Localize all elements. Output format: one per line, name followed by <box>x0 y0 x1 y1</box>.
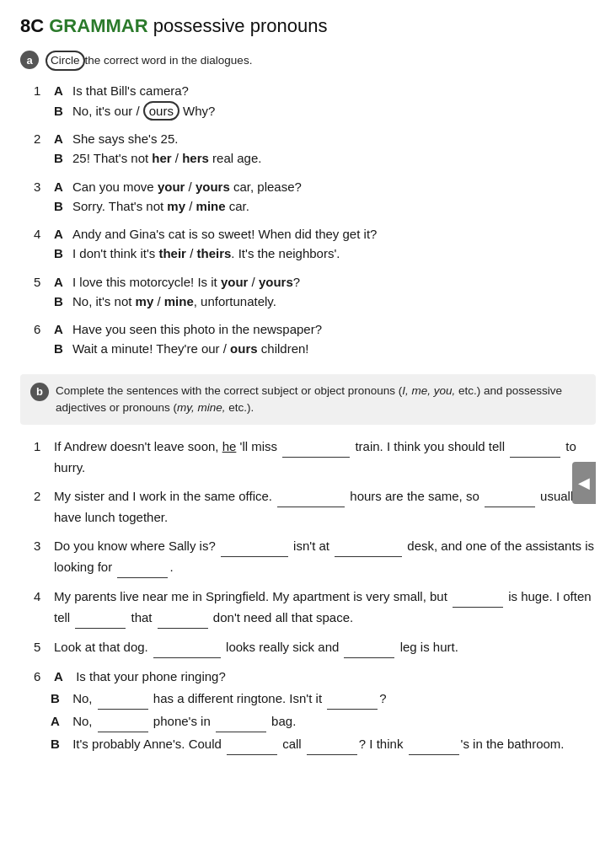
side-tab-icon: ◀ <box>578 474 590 492</box>
b-text-2: My sister and I work in the same office.… <box>54 486 596 528</box>
blank-5b <box>344 637 394 658</box>
speaker-3a: A <box>54 177 67 196</box>
section-number: 8C <box>20 15 44 36</box>
blank-6g <box>409 734 459 755</box>
bold-ours6: ours <box>230 341 258 356</box>
b-text-4: My parents live near me in Springfield. … <box>54 587 596 629</box>
blank-6f <box>307 734 357 755</box>
dialogue-1a: 1 A Is that Bill's camera? <box>34 81 596 100</box>
b-text-3: Do you know where Sally is? isn't at des… <box>54 536 596 578</box>
pronoun-examples-2: my, mine, <box>177 401 226 414</box>
exercise-b-item-6: 6 A Is that your phone ringing? B No, ha… <box>34 667 596 755</box>
bold-their4: their <box>158 246 186 260</box>
b-text-6b2: It's probably Anne's. Could call ? I thi… <box>72 734 564 755</box>
b-text-5: Look at that dog. looks really sick and … <box>54 637 458 658</box>
blank-6e <box>227 734 277 755</box>
speaker-6b: B <box>54 339 67 358</box>
side-tab[interactable]: ◀ <box>572 462 596 504</box>
blank-2b <box>485 486 535 507</box>
text-6b: Wait a minute! They're our / ours childr… <box>72 339 309 358</box>
blank-4a <box>453 587 503 608</box>
text-5a: I love this motorcycle! Is it your / you… <box>72 272 300 292</box>
blank-3c <box>117 557 168 578</box>
item-num-6: 6 <box>34 319 51 339</box>
text-4b: I don't think it's their / theirs. It's … <box>72 244 340 263</box>
section-b-box: b Complete the sentences with the correc… <box>20 374 596 426</box>
bold-hers: hers <box>182 151 209 165</box>
item-num-5: 5 <box>34 272 51 292</box>
b-item-6-row-a: 6 A Is that your phone ringing? <box>34 667 596 687</box>
blank-1a <box>282 437 350 458</box>
b-item-num-4: 4 <box>34 587 51 607</box>
speaker-6A2: A <box>51 711 64 732</box>
item-num-2: 2 <box>34 129 51 148</box>
blank-6b <box>327 689 378 710</box>
b-text-6a2: No, phone's in bag. <box>72 711 296 732</box>
section-b-header: b Complete the sentences with the correc… <box>30 383 586 417</box>
b-item-num-5: 5 <box>34 637 51 657</box>
text-3b: Sorry. That's not my / mine car. <box>72 196 249 216</box>
exercise-b-item-4: 4 My parents live near me in Springfield… <box>34 587 596 629</box>
item-num-4: 4 <box>34 224 51 244</box>
exercise-b-item-1: 1 If Andrew doesn't leave soon, he 'll m… <box>34 437 596 478</box>
bold-her: her <box>152 151 171 165</box>
dialogue-4a: 4 A Andy and Gina's cat is so sweet! Whe… <box>34 224 596 244</box>
section-b-instruction: Complete the sentences with the correct … <box>56 383 586 417</box>
speaker-6a: A <box>54 319 67 339</box>
item-num-1: 1 <box>34 81 51 100</box>
b-item-3-row: 3 Do you know where Sally is? isn't at d… <box>34 536 596 578</box>
b-item-6-row-b1: B No, has a different ringtone. Isn't it… <box>51 689 596 710</box>
speaker-1a: A <box>54 81 67 100</box>
grammar-label: GRAMMAR <box>49 15 147 36</box>
exercise-a-item-3: 3 A Can you move your / yours car, pleas… <box>34 177 596 217</box>
speaker-2b: B <box>54 148 67 168</box>
exercise-a-item-5: 5 A I love this motorcycle! Is it your /… <box>34 272 596 312</box>
speaker-6A: A <box>54 667 67 687</box>
speaker-4b: B <box>54 244 67 263</box>
exercise-b-list: 1 If Andrew doesn't leave soon, he 'll m… <box>34 437 596 755</box>
b-item-num-6: 6 <box>34 667 51 687</box>
blank-6c <box>98 711 148 732</box>
blank-1b <box>510 437 560 458</box>
text-2a: She says she's 25. <box>72 129 178 148</box>
b-item-num-2: 2 <box>34 486 51 507</box>
text-3a: Can you move your / yours car, please? <box>72 177 302 196</box>
bold-my5: my <box>136 294 154 308</box>
title-rest: possessive pronouns <box>153 15 328 36</box>
speaker-5b: B <box>54 292 67 311</box>
page-title: 8C GRAMMAR possessive pronouns <box>20 15 596 37</box>
b-item-6-row-b2: B It's probably Anne's. Could call ? I t… <box>51 734 596 755</box>
dialogue-4b: B I don't think it's their / theirs. It'… <box>34 244 596 263</box>
speaker-5a: A <box>54 272 67 292</box>
underline-he: he <box>222 439 237 453</box>
dialogue-1b: B No, it's our / ours Why? <box>34 101 596 121</box>
b-text-6b1: No, has a different ringtone. Isn't it ? <box>72 689 386 710</box>
blank-4b <box>75 608 126 629</box>
dialogue-3b: B Sorry. That's not my / mine car. <box>34 196 596 216</box>
bold-mine3: mine <box>196 199 226 213</box>
section-b-label: b <box>30 383 49 401</box>
text-1a: Is that Bill's camera? <box>72 81 189 100</box>
bold-yours5: yours <box>259 275 293 289</box>
speaker-1b: B <box>54 101 67 121</box>
speaker-6B2: B <box>51 734 64 754</box>
blank-3a <box>221 536 288 557</box>
text-1b: No, it's our / ours Why? <box>72 101 215 121</box>
dialogue-5a: 5 A I love this motorcycle! Is it your /… <box>34 272 596 292</box>
speaker-2a: A <box>54 129 67 148</box>
item-num-3: 3 <box>34 177 51 196</box>
bold-yours3: yours <box>196 180 230 194</box>
text-6a: Have you seen this photo in the newspape… <box>72 319 322 339</box>
exercise-a-item-4: 4 A Andy and Gina's cat is so sweet! Whe… <box>34 224 596 264</box>
exercise-b-item-2: 2 My sister and I work in the same offic… <box>34 486 596 528</box>
dialogue-6a: 6 A Have you seen this photo in the news… <box>34 319 596 339</box>
section-a-label: a <box>20 51 39 69</box>
b-text-1: If Andrew doesn't leave soon, he 'll mis… <box>54 437 596 478</box>
bold-theirs4: theirs <box>196 246 231 260</box>
dialogue-2b: B 25! That's not her / hers real age. <box>34 148 596 168</box>
section-a-instruction: Circlethe correct word in the dialogues. <box>46 51 252 71</box>
blank-2a <box>277 486 345 507</box>
section-a-instruction-text: the correct word in the dialogues. <box>85 54 253 67</box>
text-5b: No, it's not my / mine, unfortunately. <box>72 292 276 311</box>
dialogue-2a: 2 A She says she's 25. <box>34 129 596 148</box>
